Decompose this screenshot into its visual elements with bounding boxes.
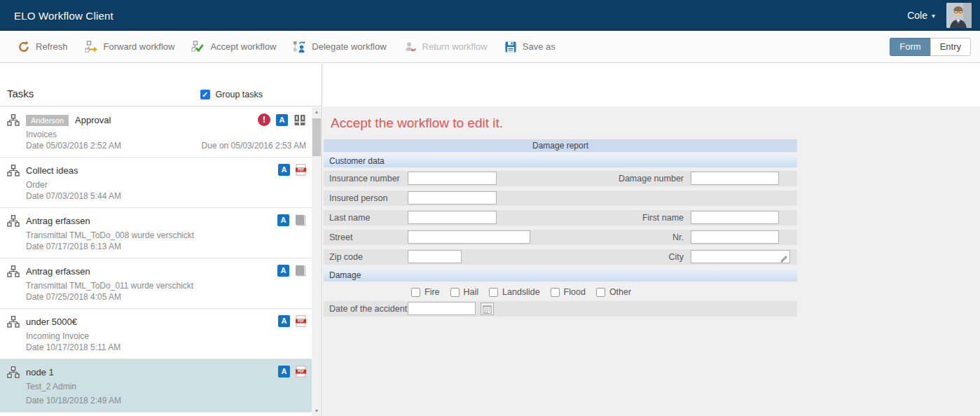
calendar-picker-button[interactable]	[481, 303, 494, 315]
task-title: Approval	[75, 115, 111, 125]
checkbox-hail[interactable]: Hail	[450, 287, 479, 297]
accident-date-input[interactable]	[408, 302, 476, 315]
task-item-collect-ideas[interactable]: Collect ideas A PDF Order Date 07/03/201…	[0, 158, 312, 208]
city-input[interactable]	[691, 250, 790, 263]
pdf-icon: PDF	[296, 315, 306, 327]
workflow-icon	[7, 265, 20, 277]
checkbox-flood[interactable]: Flood	[551, 287, 586, 297]
task-title: Antrag erfassen	[26, 216, 90, 226]
calendar-icon	[483, 305, 492, 314]
damage-number-label: Damage number	[600, 174, 684, 183]
entry-view-button[interactable]: Entry	[930, 38, 971, 56]
delegate-workflow-icon	[293, 41, 306, 53]
tasks-title: Tasks	[7, 88, 34, 99]
first-name-label: First name	[600, 213, 684, 223]
refresh-button[interactable]: Refresh	[18, 41, 68, 53]
toolbar: Refresh Forward workflow	[0, 31, 980, 63]
task-subtitle: Invoices	[26, 130, 57, 139]
task-item-antrag-erfassen-1[interactable]: Antrag erfassen A Transmittal TML_ToDo_0…	[0, 208, 312, 258]
row-street-nr: Street Nr.	[324, 230, 797, 245]
insured-person-input[interactable]	[408, 191, 497, 204]
checkbox-unchecked-icon	[450, 288, 460, 297]
checkbox-other[interactable]: Other	[596, 287, 631, 297]
form-title: Damage report	[324, 139, 797, 152]
elo-workflow-client-window: ELO Workflow Client Cole ▾	[0, 0, 980, 416]
accept-workflow-button[interactable]: Accept workflow	[191, 41, 276, 53]
save-as-icon	[504, 41, 517, 53]
task-title: Antrag erfassen	[26, 266, 90, 277]
task-date: Date 07/17/2018 6:13 AM	[26, 242, 121, 251]
priority-icon: !	[258, 113, 270, 126]
task-subtitle: Test_2 Admin	[26, 382, 76, 391]
refresh-icon	[18, 41, 30, 53]
workflow-icon	[7, 165, 20, 176]
city-label: City	[600, 252, 684, 262]
svg-text:PDF: PDF	[298, 168, 304, 172]
street-label: Street	[329, 233, 352, 242]
scroll-down-icon[interactable]: ▼	[312, 406, 322, 416]
status-a-badge: A	[278, 366, 290, 377]
checkbox-fire[interactable]: Fire	[411, 287, 440, 297]
task-date: Date 07/25/2018 4:05 AM	[26, 292, 121, 302]
return-workflow-button[interactable]: Return workflow	[403, 41, 488, 53]
row-names: Last name First name	[324, 210, 797, 226]
view-toggle: Form Entry	[890, 38, 971, 56]
return-workflow-icon	[403, 41, 417, 53]
task-title: node 1	[26, 367, 54, 377]
zip-code-input[interactable]	[408, 250, 462, 263]
task-subtitle: Transmittal TML_ToDo_008 wurde verschick…	[26, 230, 194, 240]
last-name-input[interactable]	[408, 211, 497, 224]
checkbox-checked-icon: ✓	[200, 90, 210, 99]
section-damage: Damage	[324, 269, 797, 282]
task-item-node-1[interactable]: node 1 A PDF Test_2 Admin Date 10/18/201…	[0, 359, 312, 412]
task-list-scrollbar[interactable]: ▲ ▼	[312, 107, 322, 416]
app-title: ELO Workflow Client	[14, 10, 113, 22]
damage-report-form: Damage report Customer data Insurance nu…	[324, 139, 797, 317]
task-item-approval[interactable]: Anderson Approval ! A	[0, 107, 312, 158]
damage-number-input[interactable]	[691, 172, 779, 185]
chevron-down-icon: ▾	[932, 12, 935, 20]
checkbox-landslide[interactable]: Landslide	[489, 287, 540, 297]
form-view-button[interactable]: Form	[890, 38, 930, 56]
workflow-icon	[7, 366, 20, 378]
task-item-antrag-erfassen-2[interactable]: Antrag erfassen A Transmittal TML_ToDo_0…	[0, 258, 312, 309]
delegate-workflow-button[interactable]: Delegate workflow	[293, 41, 386, 53]
task-date: Date 05/03/2016 2:52 AM	[26, 141, 121, 151]
save-as-button[interactable]: Save as	[504, 41, 555, 53]
task-date: Date 07/03/2018 5:44 AM	[26, 191, 121, 201]
task-subtitle: Order	[26, 180, 48, 190]
accept-workflow-message: Accept the workflow to edit it.	[331, 116, 980, 131]
scroll-up-icon[interactable]: ▲	[312, 107, 322, 117]
row-zip-city: Zip code City	[324, 249, 797, 265]
tasks-header: Tasks ✓ Group tasks	[0, 64, 322, 106]
user-menu[interactable]: Cole ▾	[907, 10, 935, 21]
nr-input[interactable]	[691, 230, 779, 244]
task-subtitle: Incoming Invoice	[26, 331, 89, 341]
pdf-icon: PDF	[296, 366, 306, 377]
task-title: under 5000€	[26, 317, 77, 327]
avatar[interactable]	[946, 3, 972, 28]
workflow-icon	[7, 215, 20, 227]
insurance-number-input[interactable]	[408, 172, 497, 185]
binder-icon	[294, 114, 306, 126]
svg-text:PDF: PDF	[298, 319, 304, 323]
svg-text:PDF: PDF	[298, 370, 304, 373]
scrollbar-thumb[interactable]	[312, 118, 321, 156]
task-item-under-5000[interactable]: under 5000€ A PDF Incoming Invoice Date …	[0, 309, 312, 359]
street-input[interactable]	[408, 230, 530, 244]
group-tasks-checkbox[interactable]: ✓ Group tasks	[200, 90, 263, 99]
forward-workflow-button[interactable]: Forward workflow	[85, 41, 175, 53]
checkbox-unchecked-icon	[596, 288, 605, 297]
avatar-image	[946, 3, 972, 28]
status-a-badge: A	[278, 315, 290, 327]
pdf-icon: PDF	[296, 164, 306, 176]
form-panel-top-spacer	[323, 64, 980, 106]
first-name-input[interactable]	[691, 211, 779, 224]
task-list: Anderson Approval ! A	[0, 107, 312, 416]
tasks-panel: Tasks ✓ Group tasks	[0, 64, 322, 416]
checkbox-unchecked-icon	[411, 288, 420, 297]
edit-pencil-icon[interactable]	[780, 255, 787, 265]
document-icon	[295, 265, 306, 277]
status-a-badge: A	[278, 164, 290, 176]
nr-label: Nr.	[600, 233, 684, 242]
